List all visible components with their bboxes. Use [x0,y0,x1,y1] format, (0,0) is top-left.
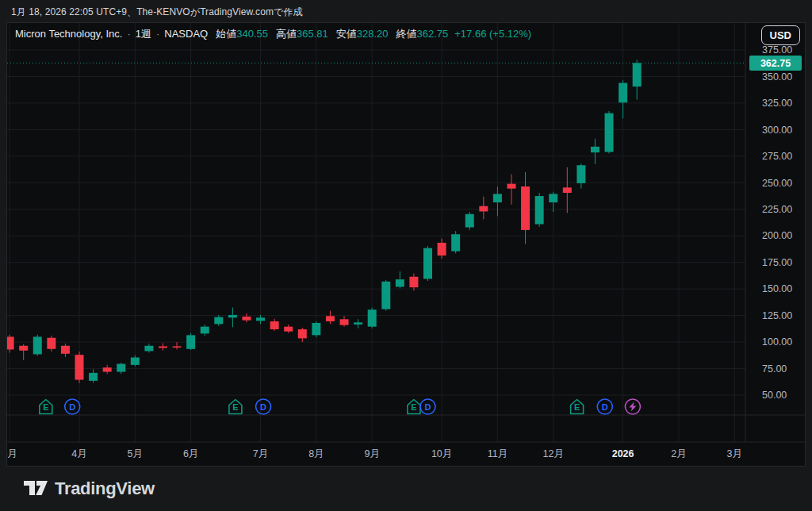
candle-down[interactable] [103,367,112,371]
chart-panel: Micron Technology, Inc. · 1週 · NASDAQ 始値… [6,22,806,467]
price-axis-label[interactable]: 50.00 [762,390,787,401]
candle-down[interactable] [326,316,335,321]
candle-down[interactable] [479,206,488,212]
time-axis-label[interactable]: 3月 [7,448,17,459]
interval-label[interactable]: 1週 [136,27,151,41]
time-axis-label[interactable]: 2026 [612,448,634,459]
candle-up[interactable] [619,83,627,102]
candle-down[interactable] [159,346,167,348]
candle-down[interactable] [61,346,70,354]
time-axis-label[interactable]: 11月 [488,448,508,459]
candle-up[interactable] [89,373,98,381]
candle-up[interactable] [256,317,265,321]
tradingview-logo-text[interactable]: TradingView [55,478,155,499]
price-axis-label[interactable]: 375.00 [762,44,792,56]
ohlc-high: 高値365.81 [276,27,328,41]
attribution-text: 1月 18, 2026 22:05 UTC+9、The-KENVOがTradin… [11,6,303,19]
legend-separator: · [127,28,130,40]
earnings-badge-letter: E [43,402,48,412]
exchange-label: NASDAQ [164,28,208,40]
currency-button[interactable]: USD [761,25,800,45]
candle-down[interactable] [507,184,515,189]
candle-down[interactable] [438,243,446,256]
price-axis-label[interactable]: 325.00 [762,98,792,109]
candle-up[interactable] [396,279,404,286]
candle-up[interactable] [493,194,502,202]
time-axis-label[interactable]: 8月 [308,448,324,459]
price-axis-label[interactable]: 125.00 [762,310,792,321]
price-axis-label[interactable]: 275.00 [762,151,792,162]
chart-legend: Micron Technology, Inc. · 1週 · NASDAQ 始値… [15,23,531,44]
time-axis-label[interactable]: 6月 [183,448,198,459]
candle-up[interactable] [117,364,125,372]
candlestick-chart[interactable]: EDEDEDED375.00350.00325.00300.00275.0025… [7,23,805,466]
candle-up[interactable] [633,63,642,86]
candle-down[interactable] [284,327,293,332]
candle-up[interactable] [201,327,209,334]
price-axis-label[interactable]: 75.00 [762,363,787,375]
time-axis-label[interactable]: 10月 [431,448,452,459]
candle-up[interactable] [535,196,544,224]
candle-up[interactable] [312,323,320,335]
candle-down[interactable] [7,336,14,349]
footer-bar: TradingView [0,467,812,511]
candle-down[interactable] [19,346,28,351]
candle-up[interactable] [549,194,557,202]
time-axis-label[interactable]: 2月 [671,448,686,459]
snapshot-page: 1月 18, 2026 22:05 UTC+9、The-KENVOがTradin… [0,0,812,511]
candle-down[interactable] [47,338,56,349]
candle-down[interactable] [298,329,307,338]
candle-up[interactable] [381,282,390,309]
candle-up[interactable] [214,317,223,325]
price-axis-label[interactable]: 100.00 [762,336,792,348]
ohlc-low: 安値328.20 [336,27,389,41]
change-value: +17.66 (+5.12%) [454,28,531,40]
candle-up[interactable] [423,248,432,279]
candle-up[interactable] [354,322,362,325]
candle-up[interactable] [465,214,474,228]
price-axis-label[interactable]: 300.00 [762,125,792,136]
ohlc-close: 終値362.75 [396,27,449,41]
candle-down[interactable] [242,317,251,321]
dividend-badge-letter: D [69,402,75,412]
legend-separator: · [156,28,159,40]
symbol-title[interactable]: Micron Technology, Inc. [15,28,122,40]
tradingview-logo-icon[interactable] [22,478,49,500]
time-axis-label[interactable]: 3月 [727,448,742,459]
dividend-badge-letter: D [425,402,431,412]
dividend-badge-letter: D [602,402,608,412]
earnings-badge-letter: E [232,402,238,412]
candle-up[interactable] [368,309,377,326]
price-axis-label[interactable]: 175.00 [762,257,792,268]
price-axis-label[interactable]: 350.00 [762,71,792,83]
candle-down[interactable] [563,187,572,193]
earnings-badge-letter: E [411,402,416,412]
candle-up[interactable] [144,346,153,352]
price-axis-label[interactable]: 250.00 [762,178,792,189]
lightning-icon [629,402,636,412]
time-axis-label[interactable]: 9月 [364,448,379,459]
candle-up[interactable] [186,335,195,348]
candle-down[interactable] [409,277,418,287]
candle-down[interactable] [521,186,530,230]
candle-up[interactable] [33,336,42,354]
candle-up[interactable] [228,315,237,317]
dividend-badge-letter: D [260,402,266,412]
candle-up[interactable] [451,234,460,251]
price-axis-label[interactable]: 200.00 [762,230,792,241]
candle-down[interactable] [173,346,182,348]
candle-up[interactable] [131,357,140,364]
candle-up[interactable] [576,165,585,183]
price-axis-label[interactable]: 150.00 [762,283,792,294]
candle-down[interactable] [340,319,349,325]
candle-down[interactable] [75,355,84,379]
time-axis-label[interactable]: 7月 [253,448,268,459]
candle-up[interactable] [605,113,614,152]
earnings-badge-letter: E [574,402,580,412]
time-axis-label[interactable]: 5月 [128,448,143,459]
candle-up[interactable] [591,147,599,152]
candle-down[interactable] [270,321,279,329]
time-axis-label[interactable]: 12月 [543,448,564,459]
time-axis-label[interactable]: 4月 [71,448,86,459]
price-axis-label[interactable]: 225.00 [762,204,792,215]
